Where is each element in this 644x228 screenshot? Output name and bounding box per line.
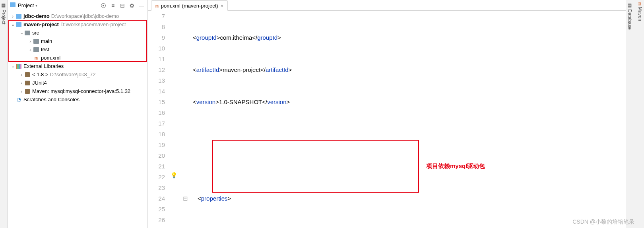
chevron-down-icon[interactable]: ⌄: [19, 30, 24, 35]
settings-icon[interactable]: ✿: [128, 2, 136, 9]
tree-node-scratches[interactable]: ◔ Scratches and Consoles: [8, 95, 147, 104]
tree-node-maven-project[interactable]: ⌄ maven-project D:\workspace\maven-proje…: [8, 20, 147, 29]
library-icon: [24, 71, 31, 78]
library-icon: [24, 88, 31, 95]
node-label: External Libraries: [23, 63, 64, 69]
right-tab-database[interactable]: ▤ Database: [627, 2, 632, 226]
tree-node-src[interactable]: ⌄ src: [8, 29, 147, 37]
node-label: Scratches and Consoles: [23, 97, 80, 102]
right-tab-maven[interactable]: m Maven: [637, 2, 643, 226]
folder-icon: [33, 46, 39, 53]
code-line: <groupId>com.itheima</groupId>: [183, 32, 644, 43]
maven-file-icon: m: [155, 3, 159, 9]
node-label: test: [41, 46, 49, 52]
editor-body[interactable]: 7891011121314151617181920212223242526 💡 …: [148, 11, 644, 228]
annotation-text: 项目依赖mysql驱动包: [426, 160, 485, 171]
code-line: <artifactId>maven-project</artifactId>: [183, 64, 644, 75]
code-line: [183, 161, 644, 172]
chevron-right-icon[interactable]: ›: [27, 39, 33, 44]
line-number-gutter: 7891011121314151617181920212223242526: [148, 11, 170, 228]
project-dropdown-icon[interactable]: [10, 2, 16, 8]
tree-node-external-libraries[interactable]: ⌄ External Libraries: [8, 62, 147, 70]
libraries-icon: [16, 63, 22, 70]
collapse-all-icon[interactable]: ⊟: [119, 2, 126, 9]
node-path: D:\workspace\jdbc\jdbc-demo: [51, 13, 119, 19]
node-label: src: [32, 30, 39, 36]
node-label: pom.xml: [41, 55, 60, 61]
chevron-right-icon[interactable]: ›: [19, 72, 24, 77]
tree-node-maven-lib[interactable]: › Maven: mysql:mysql-connector-java:5.1.…: [8, 87, 147, 95]
tree-node-jdk[interactable]: › < 1.8 > D:\software\jdk8_72: [8, 70, 147, 79]
locate-icon[interactable]: ⦿: [100, 2, 107, 9]
chevron-down-icon[interactable]: ⌄: [10, 22, 16, 27]
node-label: Maven: mysql:mysql-connector-java:5.1.32: [32, 88, 130, 94]
expand-all-icon[interactable]: ≡: [109, 2, 116, 9]
maven-icon: m: [637, 2, 643, 6]
node-label: maven-project: [23, 21, 59, 27]
hide-icon[interactable]: —: [138, 2, 145, 9]
code-line: ⊟ <properties>: [183, 193, 644, 204]
chevron-down-icon[interactable]: ⌄: [10, 64, 16, 69]
gutter-icon-column: 💡: [170, 11, 180, 228]
node-label: main: [41, 38, 52, 44]
tab-label: pom.xml (maven-project): [161, 3, 218, 9]
watermark: CSDN @小黎的培培笔录: [572, 218, 634, 226]
chevron-right-icon[interactable]: ›: [27, 47, 33, 52]
library-icon: [24, 80, 31, 86]
project-tree: › jdbc-demo D:\workspace\jdbc\jdbc-demo …: [8, 11, 147, 228]
node-path: D:\software\jdk8_72: [50, 71, 95, 77]
node-label: JUnit4: [32, 80, 47, 86]
tree-node-test[interactable]: › test: [8, 45, 147, 54]
code-line: [183, 129, 644, 139]
node-path: D:\workspace\maven-project: [60, 21, 126, 27]
chevron-right-icon[interactable]: ›: [19, 81, 24, 85]
module-icon: [16, 21, 22, 28]
left-tool-tab-project[interactable]: ▦ Project: [0, 0, 8, 228]
code-line: <maven.compiler.source>8</maven.compiler…: [183, 225, 644, 228]
module-icon: [16, 13, 22, 19]
maven-file-icon: m: [33, 55, 39, 61]
node-label: jdbc-demo: [23, 13, 50, 19]
editor-tabs: m pom.xml (maven-project) ×: [148, 0, 644, 11]
folder-icon: [33, 38, 39, 44]
editor-area: m pom.xml (maven-project) × 789101112131…: [148, 0, 644, 228]
intention-bulb-icon[interactable]: 💡: [171, 172, 177, 178]
sidebar-title[interactable]: Project ▾: [18, 2, 37, 8]
folder-icon: [24, 30, 31, 36]
tree-node-pom[interactable]: m pom.xml: [8, 54, 147, 62]
code-line: <version>1.0-SNAPSHOT</version>: [183, 97, 644, 107]
scratch-icon: ◔: [16, 97, 22, 103]
database-icon: ▤: [627, 2, 632, 8]
tree-node-main[interactable]: › main: [8, 37, 147, 45]
project-tool-icon: ▦: [1, 2, 6, 8]
project-sidebar: Project ▾ ⦿ ≡ ⊟ ✿ — › jdbc-demo D:\works…: [8, 0, 148, 228]
chevron-right-icon[interactable]: ›: [19, 89, 24, 94]
code-content[interactable]: <groupId>com.itheima</groupId> <artifact…: [180, 11, 644, 228]
file-tab-pom[interactable]: m pom.xml (maven-project) ×: [151, 0, 228, 11]
left-tab-label: Project: [1, 10, 6, 24]
tree-node-junit[interactable]: › JUnit4: [8, 79, 147, 87]
sidebar-header: Project ▾ ⦿ ≡ ⊟ ✿ —: [8, 0, 147, 11]
close-tab-icon[interactable]: ×: [221, 3, 224, 9]
right-tool-tabs: ▤ Database m Maven: [626, 0, 644, 228]
node-label: < 1.8 >: [32, 71, 48, 77]
chevron-right-icon[interactable]: ›: [10, 14, 16, 19]
tree-node-jdbc-demo[interactable]: › jdbc-demo D:\workspace\jdbc\jdbc-demo: [8, 12, 147, 20]
